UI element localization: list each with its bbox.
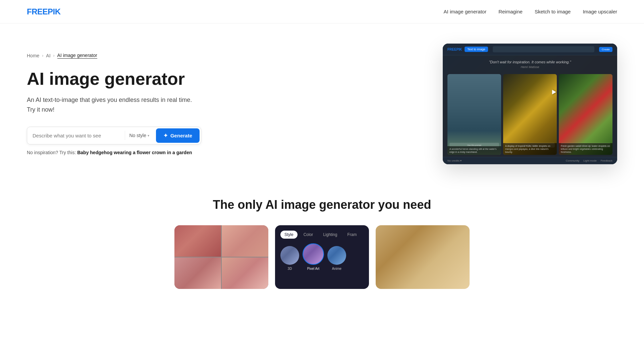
- breadcrumb-sep-2: ›: [53, 53, 55, 58]
- style-circle-3d[interactable]: 3D: [280, 246, 299, 270]
- generate-label: Generate: [170, 133, 192, 138]
- mock-tab-active: Text to image: [465, 47, 488, 52]
- mock-header: FREEPIK Text to image Create: [443, 44, 617, 55]
- nav-reimagine[interactable]: Reimagine: [498, 9, 523, 14]
- style-3d-image: [280, 246, 299, 265]
- style-anime-label: Anime: [332, 267, 341, 270]
- style-circle-anime[interactable]: Anime: [327, 246, 346, 270]
- mock-search-bar: [493, 46, 594, 52]
- mock-quote: "Don't wait for inspiration. It comes wh…: [443, 55, 617, 72]
- mock-quote-author: Henri Matisse: [449, 65, 610, 69]
- nav-ai-image-generator[interactable]: AI image generator: [444, 9, 487, 14]
- mock-caption-2: A display of tropical fruits, water drop…: [503, 143, 557, 155]
- hero-screenshot: FREEPIK Text to image Create "Don't wait…: [443, 44, 617, 164]
- style-tab-style[interactable]: Style: [280, 231, 298, 239]
- breadcrumb-current: AI image generator: [57, 53, 97, 59]
- inspiration-prefix: No inspiration? Try this:: [27, 150, 76, 155]
- car-image-4: [222, 257, 268, 289]
- style-tab-frame[interactable]: Fram: [343, 231, 361, 239]
- mock-footer-right: Community Light mode Feedback: [566, 159, 612, 162]
- nav-sketch-to-image[interactable]: Sketch to image: [535, 9, 571, 14]
- logo[interactable]: FREEPIK: [27, 7, 61, 16]
- car-image-3: [174, 257, 221, 289]
- chevron-down-icon: ▾: [148, 134, 149, 137]
- prompt-input[interactable]: [33, 133, 122, 138]
- inspiration-text: No inspiration? Try this: Baby hedgehog …: [27, 150, 201, 155]
- breadcrumb: Home › AI › AI image generator: [27, 53, 201, 59]
- card-style-picker: Style Color Lighting Fram 3D Pixel Art A…: [275, 225, 369, 289]
- mock-footer-credits: No credits ▾: [447, 159, 462, 162]
- style-dropdown[interactable]: No style ▾: [125, 131, 153, 140]
- car-image-1: [174, 225, 221, 257]
- breadcrumb-ai[interactable]: AI: [46, 53, 50, 58]
- feature-cards: Style Color Lighting Fram 3D Pixel Art A…: [0, 225, 644, 316]
- mock-image-salad: Use this prompt Fresh garden salad close…: [559, 74, 612, 155]
- nav-image-upscaler[interactable]: Image upscaler: [583, 9, 617, 14]
- inspiration-example[interactable]: Baby hedgehog wearing a flower crown in …: [77, 150, 192, 155]
- navbar: FREEPIK AI image generator Reimagine Ske…: [0, 0, 644, 23]
- mock-image-heron: Use this prompt A wonderful heron standi…: [447, 74, 501, 155]
- style-anime-image: [327, 246, 346, 265]
- style-tab-lighting[interactable]: Lighting: [319, 231, 341, 239]
- style-circles-row: 3D Pixel Art Anime: [280, 243, 364, 270]
- style-tab-color[interactable]: Color: [300, 231, 317, 239]
- hero-subtitle: An AI text-to-image that gives you endle…: [27, 95, 201, 115]
- mock-ui-overlay: FREEPIK Text to image Create "Don't wait…: [443, 44, 617, 164]
- hero-left: Home › AI › AI image generator AI image …: [27, 53, 201, 155]
- page-title: AI image generator: [27, 69, 201, 88]
- search-container: No style ▾ ✦ Generate: [27, 127, 201, 144]
- nav-links: AI image generator Reimagine Sketch to i…: [444, 9, 617, 14]
- card-cars: [174, 225, 268, 289]
- mock-footer-community: Community: [566, 159, 579, 162]
- mock-footer: No credits ▾ Community Light mode Feedba…: [443, 157, 617, 164]
- card-portrait: [376, 225, 470, 289]
- mock-quote-text: "Don't wait for inspiration. It comes wh…: [449, 60, 610, 64]
- mock-caption-3: Fresh garden salad close-up, water dropl…: [559, 143, 612, 155]
- style-pixel-art-image: [303, 243, 324, 265]
- mock-footer-feedback: Feedback: [601, 159, 612, 162]
- style-tabs-row: Style Color Lighting Fram: [280, 231, 364, 239]
- mock-create-btn: Create: [599, 47, 612, 52]
- mock-footer-lightmode: Light mode: [583, 159, 597, 162]
- breadcrumb-home[interactable]: Home: [27, 53, 39, 58]
- hero-section: Home › AI › AI image generator AI image …: [0, 23, 644, 178]
- section-title: The only AI image generator you need: [27, 198, 617, 212]
- style-label: No style: [129, 133, 146, 138]
- style-circle-pixel-art[interactable]: Pixel Art: [303, 243, 324, 270]
- car-image-2: [222, 225, 268, 257]
- breadcrumb-sep-1: ›: [42, 53, 43, 58]
- mock-images-row: Use this prompt A wonderful heron standi…: [443, 72, 617, 157]
- mock-image-fruits: Use this prompt A display of tropical fr…: [503, 74, 557, 155]
- section-heading-container: The only AI image generator you need: [0, 178, 644, 225]
- mock-caption-1: A wonderful heron standing still at the …: [447, 146, 501, 155]
- sparkle-icon: ✦: [163, 132, 168, 139]
- mock-logo: FREEPIK: [447, 48, 462, 51]
- style-3d-label: 3D: [288, 267, 292, 270]
- style-pixel-art-label: Pixel Art: [307, 267, 320, 270]
- generate-button[interactable]: ✦ Generate: [156, 128, 200, 143]
